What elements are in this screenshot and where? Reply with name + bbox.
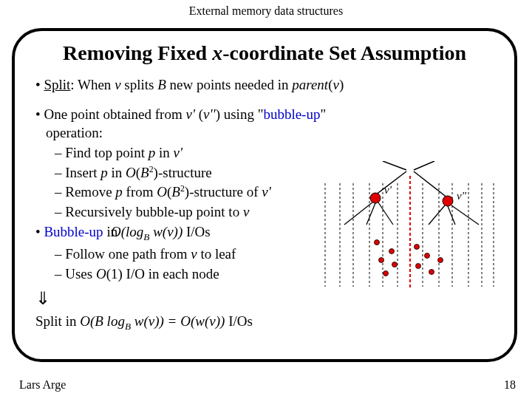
t: ): [339, 77, 344, 92]
svg-point-33: [429, 270, 434, 275]
svg-point-29: [383, 271, 389, 276]
svg-point-28: [392, 262, 398, 267]
var-p: p: [115, 184, 123, 200]
term-bubbleup2: Bubble-up: [44, 224, 103, 239]
t: One point obtained from: [44, 106, 185, 122]
t: )-structure of: [185, 184, 262, 200]
t: in: [108, 165, 126, 180]
slide-card: Removing Fixed x-coordinate Set Assumpti…: [12, 28, 517, 362]
var-p: p: [149, 145, 156, 160]
t: : When: [70, 77, 115, 92]
t: I/Os: [183, 224, 210, 239]
sub-insert: – Insert p in O(B2)-structure: [35, 163, 346, 183]
t: I/Os: [225, 313, 252, 329]
t: from: [123, 184, 157, 200]
t: to leaf: [197, 246, 236, 262]
svg-point-25: [375, 240, 380, 245]
formula-final: O(B logB w(v)) = O(w(v)): [80, 312, 225, 333]
title-pre: Removing Fixed: [63, 41, 212, 64]
svg-line-13: [383, 161, 406, 170]
t: (1): [106, 266, 123, 282]
t: I/O in each node: [123, 266, 219, 282]
formula-log: O(logB w(v)): [121, 222, 183, 244]
var-O: O: [157, 184, 167, 200]
t: Follow one path from: [65, 246, 191, 262]
svg-point-26: [389, 249, 395, 254]
var-vp: v': [185, 106, 195, 122]
t: Uses: [65, 266, 96, 282]
sub-find: – Find top point p in v': [35, 143, 346, 163]
svg-point-34: [438, 258, 443, 263]
var-B: B: [140, 165, 149, 180]
var-p: p: [100, 165, 108, 180]
t: ) using ": [216, 106, 264, 122]
svg-point-18: [443, 196, 453, 206]
slide-content: • Split: When v splits B new points need…: [15, 65, 514, 333]
t: new points needed in: [166, 77, 292, 92]
bullet-onepoint: • One point obtained from v' (v'') using…: [35, 105, 346, 143]
t: in: [155, 145, 173, 160]
var-vp: v': [173, 145, 183, 160]
var-vpp: v'': [203, 106, 216, 122]
slide-title: Removing Fixed x-coordinate Set Assumpti…: [15, 41, 514, 65]
split-label: Split: [44, 77, 70, 92]
svg-line-16: [414, 171, 448, 198]
diagram-svg: v' v'': [324, 161, 495, 291]
t: Insert: [65, 165, 100, 180]
svg-point-17: [370, 193, 381, 203]
tree-diagram: v' v'': [324, 161, 495, 291]
footer-page: 18: [504, 378, 516, 392]
var-O: O: [126, 165, 136, 180]
var-B: B: [171, 184, 180, 200]
svg-line-23: [448, 206, 455, 225]
sub-recurse: – Recursively bubble-up point to v: [35, 202, 346, 222]
var-O: O: [96, 266, 106, 282]
svg-line-24: [451, 205, 479, 225]
title-post: -coordinate Set Assumption: [222, 41, 466, 64]
sub-follow: – Follow one path from v to leaf: [35, 245, 346, 264]
term-bubbleup: bubble-up: [263, 106, 320, 122]
t: Find top point: [65, 145, 148, 160]
svg-line-21: [378, 202, 393, 225]
svg-point-31: [425, 253, 430, 259]
label-vpp: v'': [457, 190, 467, 202]
final-line: Split in O(B logB w(v)) = O(w(v)) I/Os: [35, 312, 346, 333]
t: (: [195, 106, 203, 122]
sub-remove: – Remove p from O(B2)-structure of v': [35, 183, 346, 202]
svg-line-14: [414, 161, 434, 170]
t: )-structure: [154, 165, 212, 180]
var-parent: parent: [292, 77, 328, 92]
var-v: v: [191, 246, 197, 262]
t: Remove: [65, 184, 115, 200]
label-vp: v': [384, 184, 392, 196]
var-v: v: [243, 204, 249, 219]
svg-point-30: [415, 245, 420, 250]
t: splits: [121, 77, 158, 92]
svg-point-32: [416, 264, 421, 269]
down-arrow-icon: ⇓: [35, 287, 346, 310]
var-B: B: [157, 77, 166, 92]
var-vp: v': [262, 184, 271, 200]
bullet-bubbleup: • Bubble-up in O(logB w(v)) I/Os: [35, 222, 346, 244]
t: Split in: [35, 313, 80, 329]
bullet-split: • Split: When v splits B new points need…: [35, 75, 498, 95]
slide-header: External memory data structures: [0, 0, 532, 18]
var-v: v: [332, 77, 338, 92]
footer-author: Lars Arge: [19, 378, 66, 392]
svg-point-27: [379, 258, 384, 263]
var-v: v: [115, 77, 120, 92]
title-x: x: [212, 41, 222, 64]
svg-line-22: [429, 205, 445, 225]
t: Recursively bubble-up point to: [65, 204, 243, 219]
sub-uses: – Uses O(1) I/O in each node: [35, 265, 346, 284]
